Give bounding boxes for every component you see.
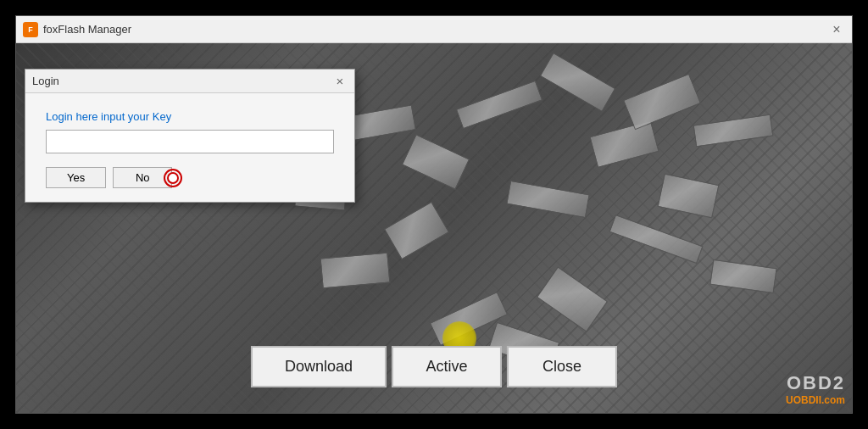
dialog-label: Login here input your Key (46, 110, 334, 123)
main-window: F foxFlash Manager × (15, 15, 853, 414)
dialog-title: Login (32, 75, 59, 87)
no-circle-icon (164, 169, 182, 187)
main-close-button[interactable]: × (828, 21, 845, 38)
main-content: Download Active Close OBD2 UOBDII.com Lo… (16, 43, 852, 413)
dialog-close-button[interactable]: × (332, 74, 348, 89)
dialog-body: Login here input your Key Yes No (25, 93, 354, 202)
app-icon: F (23, 22, 38, 37)
main-title: foxFlash Manager (43, 23, 131, 36)
watermark-url: UOBDII.com (786, 394, 845, 406)
download-button[interactable]: Download (251, 346, 387, 387)
titlebar-left: F foxFlash Manager (23, 22, 131, 37)
active-button[interactable]: Active (392, 346, 502, 387)
yes-button[interactable]: Yes (46, 167, 106, 188)
bottom-buttons-container: Download Active Close (251, 346, 617, 387)
dialog-titlebar: Login × (25, 70, 354, 93)
login-dialog: Login × Login here input your Key Yes No (25, 69, 355, 203)
main-titlebar: F foxFlash Manager × (16, 16, 852, 43)
watermark: OBD2 UOBDII.com (786, 372, 845, 406)
dialog-buttons: Yes No (46, 167, 334, 188)
watermark-obd2: OBD2 (787, 372, 845, 394)
key-input[interactable] (46, 130, 334, 153)
close-button[interactable]: Close (507, 346, 617, 387)
